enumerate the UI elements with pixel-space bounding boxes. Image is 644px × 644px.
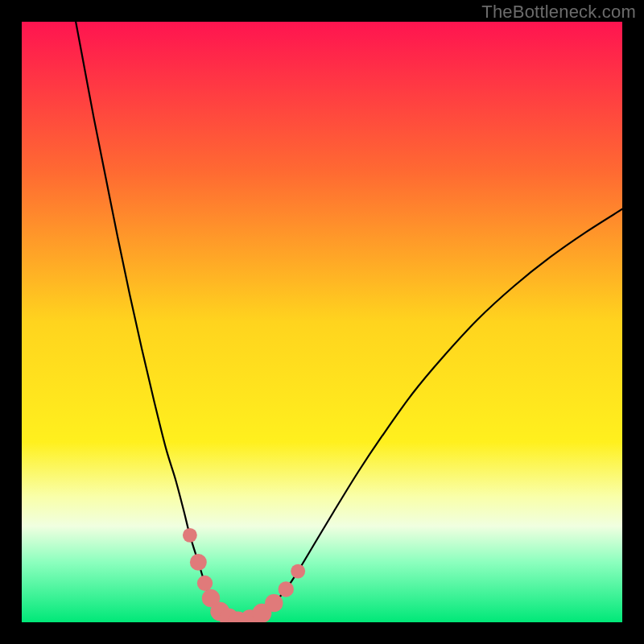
marker-dot bbox=[183, 528, 197, 543]
marker-dot bbox=[279, 581, 294, 597]
marker-dot bbox=[265, 594, 283, 612]
watermark-text: TheBottleneck.com bbox=[481, 2, 636, 23]
marker-dot bbox=[291, 564, 305, 579]
chart-plot-area bbox=[22, 22, 622, 622]
marker-dot bbox=[190, 554, 207, 571]
marker-dot bbox=[197, 576, 213, 591]
app-frame: TheBottleneck.com bbox=[0, 0, 644, 644]
chart-svg bbox=[22, 22, 622, 622]
